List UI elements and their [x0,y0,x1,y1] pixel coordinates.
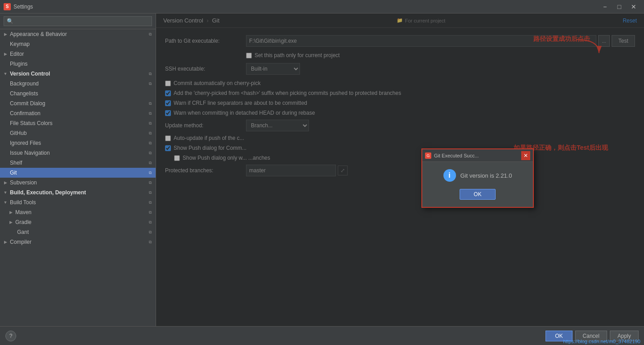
auto-update-label: Auto-update if push of the c... [174,135,244,141]
warn-detached-label: Warn when committing in detached HEAD or… [174,110,315,116]
sidebar-item-editor[interactable]: ▶ Editor [0,49,156,59]
path-row: Path to Git executable: ... Test [165,35,635,47]
sidebar-item-shelf[interactable]: Shelf ⧉ [0,158,156,168]
show-push-checkbox[interactable] [165,145,171,151]
sidebar-item-build-tools[interactable]: ▼ Build Tools ⧉ [0,197,156,207]
sidebar-item-commit-dialog[interactable]: Commit Dialog ⧉ [0,99,156,108]
path-input[interactable] [246,35,596,47]
copy-icon-gh: ⧉ [147,130,154,137]
search-bar [0,13,156,29]
sidebar-item-compiler[interactable]: ▶ Compiler ⧉ [0,237,156,247]
sidebar-item-subversion[interactable]: ▶ Subversion ⧉ [0,178,156,188]
bottom-url: https://blog.csdn.net/m0_37482190 [559,338,644,345]
settings-body: Path to Git executable: ... Test Set thi… [156,28,644,326]
cb-warn-crlf-row: Warn if CRLF line separators are about t… [165,100,635,106]
maximize-button[interactable]: □ [613,0,626,13]
expand-arrow-be: ▼ [2,189,9,196]
sidebar-item-github[interactable]: GitHub ⧉ [0,128,156,138]
show-push-only-checkbox[interactable] [174,155,180,161]
minimize-button[interactable]: − [598,0,612,13]
copy-icon-be: ⧉ [147,189,154,196]
expand-arrow-editor: ▶ [2,50,9,58]
sidebar: ▶ Appearance & Behavior ⧉ Keymap ▶ Edito… [0,13,156,326]
ssh-select[interactable]: Built-in [246,63,300,75]
sidebar-item-background[interactable]: Background ⧉ [0,79,156,89]
modal-close-button[interactable]: ✕ [521,151,530,160]
sidebar-item-appearance[interactable]: ▶ Appearance & Behavior ⧉ [0,29,156,39]
warn-crlf-checkbox[interactable] [165,100,171,106]
sidebar-item-maven[interactable]: ▶ Maven ⧉ [0,207,156,217]
window-controls: − □ ✕ [598,0,640,13]
protected-branches-label: Protected branches: [165,167,246,174]
bottom-bar: ? OK Cancel Apply [0,326,644,345]
show-push-only-label: Show Push dialog only w... ...anches [183,155,270,161]
sidebar-item-confirmation[interactable]: Confirmation ⧉ [0,108,156,118]
ssh-row: SSH executable: Built-in [165,63,635,75]
sidebar-item-gant[interactable]: Gant ⧉ [0,227,156,237]
copy-icon-gradle: ⧉ [147,219,154,226]
copy-icon-compiler: ⧉ [147,238,154,246]
copy-icon-maven: ⧉ [147,209,154,216]
browse-button[interactable]: ... [598,35,610,47]
breadcrumb-sep: › [207,17,210,24]
protected-branches-input[interactable] [246,165,336,176]
breadcrumb-parent: Version Control [163,17,203,24]
search-input[interactable] [4,16,152,26]
copy-icon-appearance: ⧉ [147,31,154,38]
breadcrumb-current: Git [212,17,219,24]
sidebar-item-file-status[interactable]: File Status Colors ⧉ [0,118,156,128]
window-title: Settings [13,4,33,10]
sidebar-item-git[interactable]: Git ⧉ [0,168,156,178]
sidebar-item-changelists[interactable]: Changelists [0,89,156,99]
copy-icon-vc: ⧉ [147,70,154,77]
modal-title-bar: G Git Executed Succ... ✕ [422,149,533,162]
sidebar-item-issue-nav[interactable]: Issue Navigation ⧉ [0,148,156,158]
auto-cherry-pick-label: Commit automatically on cherry-pick [174,80,260,86]
auto-cherry-pick-checkbox[interactable] [165,81,171,86]
git-success-dialog[interactable]: G Git Executed Succ... ✕ i Git version i… [421,148,534,208]
warn-detached-checkbox[interactable] [165,110,171,116]
set-path-label: Set this path only for current project [255,52,340,58]
protected-branches-row: Protected branches: ⤢ [165,165,635,176]
set-path-checkbox[interactable] [246,53,252,58]
sidebar-item-build-execution[interactable]: ▼ Build, Execution, Deployment ⧉ [0,188,156,197]
cherry-suffix-checkbox[interactable] [165,90,171,96]
close-button[interactable]: ✕ [627,0,640,13]
expand-arrow-appearance: ▶ [2,31,9,38]
show-push-row: Show Push dialog for Comm... [165,145,635,151]
copy-icon-git: ⧉ [147,169,154,176]
update-method-select[interactable]: Branch... [246,120,309,131]
sidebar-item-keymap[interactable]: Keymap [0,39,156,49]
modal-title-icon: G [425,152,431,159]
path-label: Path to Git executable: [165,38,246,44]
title-bar: S Settings − □ ✕ [0,0,644,13]
path-field: ... Test [246,35,635,47]
copy-icon-cd: ⧉ [147,100,154,107]
reset-button[interactable]: Reset [623,18,637,24]
cb-cherry-suffix-row: Add the 'cherry-picked from <hash>' suff… [165,90,635,96]
cb-auto-cherry-pick-row: Commit automatically on cherry-pick [165,80,635,86]
copy-icon-bt: ⧉ [147,199,154,206]
sidebar-item-version-control[interactable]: ▼ Version Control ⧉ [0,69,156,79]
cherry-suffix-label: Add the 'cherry-picked from <hash>' suff… [174,90,401,96]
update-method-label: Update method: [165,122,246,129]
auto-update-checkbox[interactable] [165,135,171,141]
sidebar-item-gradle[interactable]: ▶ Gradle ⧉ [0,217,156,227]
ssh-label: SSH executable: [165,66,246,72]
warn-crlf-label: Warn if CRLF line separators are about t… [174,100,307,106]
expand-arrow-compiler: ▶ [2,238,9,246]
modal-title-text: Git Executed Succ... [434,153,521,158]
expand-protected-button[interactable]: ⤢ [338,166,348,175]
sidebar-item-plugins[interactable]: Plugins [0,59,156,69]
ssh-field: Built-in [246,63,635,75]
test-button[interactable]: Test [612,35,635,47]
expand-arrow-vc: ▼ [2,70,9,77]
modal-ok-button[interactable]: OK [460,189,495,200]
sidebar-item-ignored-files[interactable]: Ignored Files ⧉ [0,138,156,148]
folder-icon: 📁 [397,18,403,23]
expand-arrow-maven: ▶ [7,209,14,216]
help-button[interactable]: ? [5,331,16,341]
main-content: ▶ Appearance & Behavior ⧉ Keymap ▶ Edito… [0,13,644,326]
breadcrumb-bar: Version Control › Git 📁 For current proj… [156,13,644,28]
show-push-label: Show Push dialog for Comm... [174,145,246,151]
